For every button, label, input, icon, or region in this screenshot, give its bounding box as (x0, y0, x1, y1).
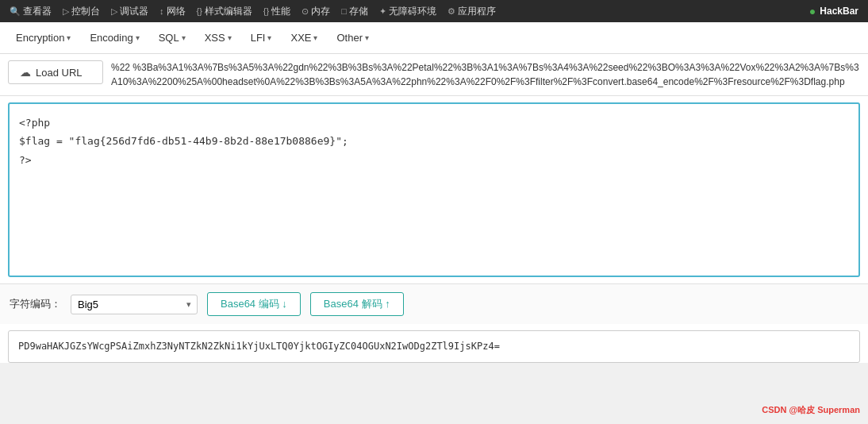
base64-decode-button[interactable]: Base64 解码 ↑ (310, 292, 404, 316)
performance-icon: {} (263, 6, 269, 16)
encoding-section: 字符编码： Big5 UTF-8 GBK ISO-8859-1 ▾ Base64… (0, 283, 868, 324)
other-arrow-icon: ▾ (365, 33, 369, 42)
base64-encode-button[interactable]: Base64 编码 ↓ (207, 292, 301, 316)
toolbar: 🔍 查看器 ▷ 控制台 ▷ 调试器 ↕ 网络 {} 样式编辑器 {} 性能 ⊙ … (0, 0, 868, 22)
toolbar-debugger[interactable]: ▷ 调试器 (106, 3, 153, 20)
menubar: Encryption ▾ Encoding ▾ SQL ▾ XSS ▾ LFI … (0, 22, 868, 54)
toolbar-viewer[interactable]: 🔍 查看器 (5, 3, 56, 20)
url-display: %22 %3Ba%3A1%3A%7Bs%3A5%3A%22gdn%22%3B%3… (111, 60, 860, 89)
menu-lfi[interactable]: LFI ▾ (243, 29, 280, 47)
debugger-icon: ▷ (111, 6, 117, 17)
output-area[interactable]: PD9waHAKJGZsYWcgPSAiZmxhZ3NyNTZkN2ZkNi1k… (8, 330, 860, 363)
code-line-3: ?> (19, 151, 849, 169)
xss-arrow-icon: ▾ (228, 33, 232, 42)
storage-icon: □ (341, 6, 347, 16)
cloud-icon: ☁ (20, 66, 31, 79)
menu-other[interactable]: Other ▾ (328, 29, 377, 47)
viewer-icon: 🔍 (10, 6, 21, 17)
toolbar-performance[interactable]: {} 性能 (259, 3, 295, 20)
encoding-label: 字符编码： (10, 297, 61, 311)
encryption-arrow-icon: ▾ (67, 33, 71, 42)
toolbar-accessibility[interactable]: ✦ 无障碍环境 (374, 3, 441, 20)
toolbar-hackbar[interactable]: ● HackBar (805, 3, 863, 19)
network-icon: ↕ (159, 6, 164, 16)
toolbar-console[interactable]: ▷ 控制台 (58, 3, 105, 20)
toolbar-style-editor[interactable]: {} 样式编辑器 (192, 3, 257, 20)
menu-encryption[interactable]: Encryption ▾ (8, 29, 79, 47)
lfi-arrow-icon: ▾ (267, 33, 271, 42)
code-editor[interactable]: <?php $flag = "flag{256d7fd6-db51-44b9-8… (8, 102, 860, 277)
console-icon: ▷ (63, 6, 69, 17)
hackbar-dot-icon: ● (809, 5, 816, 17)
menu-xxe[interactable]: XXE ▾ (282, 29, 325, 47)
application-icon: ⚙ (447, 6, 455, 17)
memory-icon: ⊙ (301, 6, 309, 17)
encoding-arrow-icon: ▾ (136, 33, 140, 42)
encoding-select[interactable]: Big5 UTF-8 GBK ISO-8859-1 (71, 295, 198, 314)
toolbar-storage[interactable]: □ 存储 (336, 3, 373, 20)
accessibility-icon: ✦ (379, 6, 386, 17)
toolbar-application[interactable]: ⚙ 应用程序 (443, 3, 501, 20)
sql-arrow-icon: ▾ (182, 33, 186, 42)
code-line-1: <?php (19, 114, 849, 132)
encoding-select-wrapper: Big5 UTF-8 GBK ISO-8859-1 ▾ (71, 295, 198, 314)
menu-sql[interactable]: SQL ▾ (151, 29, 194, 47)
load-url-button[interactable]: ☁ Load URL (8, 60, 103, 84)
menu-encoding[interactable]: Encoding ▾ (82, 29, 147, 47)
url-section: ☁ Load URL %22 %3Ba%3A1%3A%7Bs%3A5%3A%22… (0, 54, 868, 96)
main-area: ☁ Load URL %22 %3Ba%3A1%3A%7Bs%3A5%3A%22… (0, 54, 868, 363)
toolbar-network[interactable]: ↕ 网络 (155, 3, 190, 20)
toolbar-memory[interactable]: ⊙ 内存 (297, 3, 335, 20)
xxe-arrow-icon: ▾ (313, 33, 317, 42)
menu-xss[interactable]: XSS ▾ (197, 29, 240, 47)
style-icon: {} (197, 6, 202, 16)
code-line-2: $flag = "flag{256d7fd6-db51-44b9-8b2d-88… (19, 132, 849, 150)
